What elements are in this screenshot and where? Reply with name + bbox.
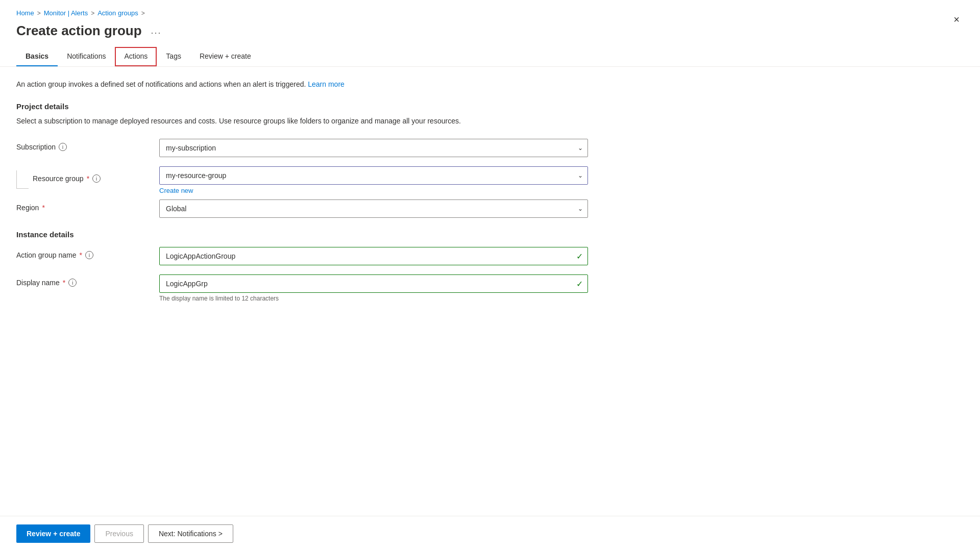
resource-group-select[interactable]: my-resource-group (159, 166, 588, 185)
resource-group-label: Resource group (33, 174, 84, 183)
region-select-wrapper: Global ⌄ (159, 199, 588, 218)
action-group-name-required: * (80, 251, 82, 259)
region-select[interactable]: Global (159, 199, 588, 218)
page-wrapper: Home > Monitor | Alerts > Action groups … (0, 0, 980, 551)
subscription-row: Subscription i my-subscription ⌄ (16, 139, 629, 157)
subscription-select[interactable]: my-subscription (159, 139, 588, 157)
main-content: An action group invokes a defined set of… (0, 67, 980, 516)
breadcrumb-sep-1: > (37, 10, 41, 17)
action-group-name-input-wrapper: ✓ (159, 247, 588, 265)
subscription-label: Subscription i (16, 139, 159, 151)
display-name-label: Display name (16, 279, 60, 287)
action-group-name-check-icon: ✓ (576, 252, 583, 261)
next-notifications-button[interactable]: Next: Notifications > (148, 524, 233, 543)
action-group-name-label: Action group name (16, 251, 77, 259)
subscription-info-icon[interactable]: i (59, 143, 67, 151)
display-name-info-icon[interactable]: i (68, 279, 77, 287)
resource-group-label-area: Resource group * i (16, 166, 159, 189)
action-group-name-control: ✓ (159, 247, 588, 265)
tab-actions[interactable]: Actions (115, 47, 157, 66)
breadcrumb-action-groups[interactable]: Action groups (97, 9, 138, 17)
tab-notifications[interactable]: Notifications (58, 47, 115, 66)
region-required: * (42, 204, 44, 212)
region-label: Region (16, 204, 39, 212)
previous-button[interactable]: Previous (94, 524, 143, 543)
display-name-hint: The display name is limited to 12 charac… (159, 295, 588, 302)
action-group-name-input[interactable] (159, 247, 588, 265)
bottom-bar: Review + create Previous Next: Notificat… (0, 516, 980, 551)
tab-basics[interactable]: Basics (16, 47, 58, 66)
subscription-select-wrapper: my-subscription ⌄ (159, 139, 588, 157)
learn-more-link[interactable]: Learn more (308, 80, 345, 88)
resource-group-control: my-resource-group ⌄ Create new (159, 166, 588, 194)
breadcrumb-sep-3: > (141, 10, 145, 17)
project-details-title: Project details (16, 102, 964, 111)
instance-details-title: Instance details (16, 230, 964, 239)
action-group-name-row: Action group name * i ✓ (16, 247, 629, 265)
instance-details-section: Instance details (16, 230, 964, 239)
resource-group-row: Resource group * i my-resource-group ⌄ C… (16, 166, 629, 194)
tab-review-create[interactable]: Review + create (190, 47, 260, 66)
review-create-button[interactable]: Review + create (16, 524, 90, 543)
breadcrumb-home[interactable]: Home (16, 9, 34, 17)
region-control: Global ⌄ (159, 199, 588, 218)
display-name-row: Display name * i ✓ The display name is l… (16, 274, 629, 302)
resource-group-info-icon[interactable]: i (92, 174, 101, 183)
display-name-check-icon: ✓ (576, 279, 583, 289)
close-button[interactable]: × (953, 14, 960, 24)
breadcrumb-monitor-alerts[interactable]: Monitor | Alerts (44, 9, 88, 17)
display-name-label-area: Display name * i (16, 274, 159, 287)
subscription-control: my-subscription ⌄ (159, 139, 588, 157)
display-name-control: ✓ The display name is limited to 12 char… (159, 274, 588, 302)
resource-group-select-wrapper: my-resource-group ⌄ (159, 166, 588, 185)
resource-group-required: * (87, 174, 89, 183)
create-new-link[interactable]: Create new (159, 187, 193, 194)
project-details-section: Project details Select a subscription to… (16, 102, 964, 127)
breadcrumb: Home > Monitor | Alerts > Action groups … (0, 0, 980, 21)
display-name-required: * (63, 279, 65, 287)
title-row: Create action group ... (0, 21, 980, 47)
display-name-input[interactable] (159, 274, 588, 293)
page-title: Create action group (16, 23, 142, 39)
region-row: Region * Global ⌄ (16, 199, 629, 218)
action-group-name-label-area: Action group name * i (16, 247, 159, 259)
tabs-container: Basics Notifications Actions Tags Review… (0, 47, 980, 67)
breadcrumb-sep-2: > (91, 10, 94, 17)
tab-tags[interactable]: Tags (157, 47, 190, 66)
page-description: An action group invokes a defined set of… (16, 79, 964, 90)
action-group-name-info-icon[interactable]: i (85, 251, 93, 259)
region-label-area: Region * (16, 199, 159, 212)
project-details-desc: Select a subscription to manage deployed… (16, 116, 964, 127)
display-name-input-wrapper: ✓ (159, 274, 588, 293)
ellipsis-button[interactable]: ... (148, 24, 165, 37)
